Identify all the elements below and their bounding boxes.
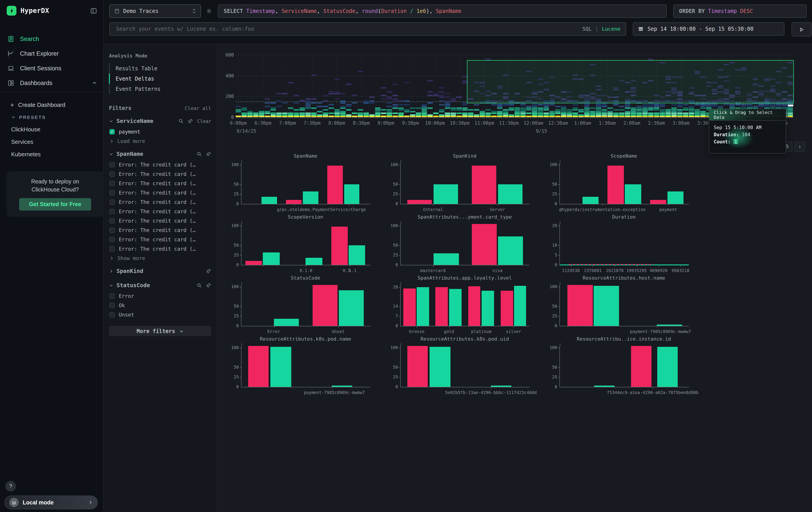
- bar-green[interactable]: [263, 252, 280, 265]
- bar-red[interactable]: [312, 285, 338, 326]
- search-icon[interactable]: [197, 151, 202, 157]
- filter-option[interactable]: Unset: [109, 310, 217, 319]
- pin-icon[interactable]: [206, 151, 211, 157]
- filter-option[interactable]: Ok: [109, 300, 217, 310]
- checkbox-unchecked[interactable]: [109, 162, 115, 167]
- bar-red[interactable]: [468, 286, 481, 326]
- bar-green[interactable]: [583, 197, 599, 204]
- checkbox-unchecked[interactable]: [109, 209, 115, 214]
- create-dashboard-button[interactable]: + Create Dashboard: [0, 98, 103, 111]
- bar-red[interactable]: [407, 200, 432, 204]
- filter-option[interactable]: Error: The credit card (…: [109, 197, 217, 207]
- bar-green[interactable]: [514, 286, 526, 326]
- bar-green[interactable]: [657, 325, 682, 326]
- filter-option[interactable]: ✓payment: [109, 127, 217, 136]
- filter-option[interactable]: Error: [109, 291, 217, 300]
- analysis-mode-event-deltas[interactable]: Event Deltas: [109, 74, 217, 84]
- bar-red[interactable]: [327, 166, 343, 204]
- date-range-picker[interactable]: Sep 14 18:00:00 - Sep 15 05:30:00: [633, 22, 784, 36]
- bar-red[interactable]: [436, 287, 448, 326]
- checkbox-unchecked[interactable]: [109, 171, 115, 177]
- checkbox-unchecked[interactable]: [109, 227, 115, 233]
- filter-option[interactable]: Error: The credit card (…: [109, 216, 217, 225]
- analysis-mode-event-patterns[interactable]: Event Patterns: [109, 84, 217, 94]
- search-input[interactable]: [115, 25, 582, 32]
- bar-green[interactable]: [491, 386, 512, 387]
- checkbox-unchecked[interactable]: [109, 190, 115, 195]
- filter-option[interactable]: Error: The credit card (…: [109, 235, 217, 244]
- get-started-button[interactable]: Get Started for Free: [19, 198, 91, 211]
- filter-option[interactable]: Error: The credit card (…: [109, 169, 217, 179]
- filter-option[interactable]: Error: The credit card (…: [109, 179, 217, 188]
- load-more-button[interactable]: Load more: [109, 136, 217, 145]
- more-filters-button[interactable]: More filters: [109, 326, 211, 336]
- bar-green[interactable]: [498, 184, 523, 204]
- bar-green[interactable]: [306, 258, 322, 265]
- filter-option[interactable]: Error: The credit card (…: [109, 207, 217, 216]
- sidebar-collapse-icon[interactable]: [90, 7, 97, 14]
- bar-red[interactable]: [472, 224, 497, 265]
- nav-item-client-sessions[interactable]: Client Sessions: [0, 61, 103, 76]
- local-mode-button[interactable]: U Local mode: [4, 495, 98, 509]
- bar-green[interactable]: [667, 191, 684, 204]
- bar-green[interactable]: [344, 184, 359, 204]
- bar-red[interactable]: [650, 200, 666, 204]
- bar-green[interactable]: [594, 386, 615, 387]
- bar-green[interactable]: [434, 184, 458, 204]
- chevron-down-icon[interactable]: [109, 283, 113, 287]
- next-page-button[interactable]: ›: [795, 141, 805, 152]
- bar-red[interactable]: [501, 291, 513, 326]
- source-select[interactable]: Demo Traces: [109, 4, 201, 18]
- bar-green[interactable]: [625, 184, 641, 204]
- bar-red[interactable]: [286, 200, 301, 204]
- sql-mode-toggle[interactable]: SQL: [582, 26, 592, 32]
- bar-green[interactable]: [348, 245, 365, 265]
- chevron-right-icon[interactable]: [109, 269, 113, 273]
- checkbox-unchecked[interactable]: [109, 312, 115, 317]
- show-more-button[interactable]: Show more: [109, 253, 217, 263]
- help-button[interactable]: ?: [5, 481, 16, 491]
- bar-green[interactable]: [270, 347, 291, 387]
- bar-green[interactable]: [261, 197, 277, 204]
- bar-green[interactable]: [430, 347, 451, 387]
- bar-green[interactable]: [332, 386, 352, 387]
- lucene-mode-toggle[interactable]: Lucene: [602, 26, 620, 32]
- checkbox-unchecked[interactable]: [109, 293, 115, 298]
- search-icon[interactable]: [197, 282, 202, 288]
- nav-item-chart-explorer[interactable]: Chart Explorer: [0, 46, 103, 61]
- nav-item-search[interactable]: Search: [0, 32, 103, 46]
- filter-option[interactable]: Error: The credit card (…: [109, 225, 217, 235]
- bar-green[interactable]: [482, 291, 494, 326]
- bar-green[interactable]: [417, 287, 429, 326]
- bar-red[interactable]: [248, 346, 269, 387]
- gear-icon[interactable]: [206, 8, 212, 14]
- bar-red[interactable]: [472, 166, 496, 204]
- checkbox-unchecked[interactable]: [109, 181, 115, 186]
- presets-toggle[interactable]: PRESETS: [0, 111, 103, 123]
- bar-green[interactable]: [339, 291, 364, 326]
- bar-red[interactable]: [631, 346, 651, 387]
- analysis-mode-results-table[interactable]: Results Table: [109, 63, 217, 74]
- preset-item-kubernetes[interactable]: Kubernetes: [0, 148, 103, 160]
- filter-clear-button[interactable]: Clear: [197, 118, 211, 124]
- bar-red[interactable]: [608, 166, 624, 204]
- nav-item-dashboards[interactable]: Dashboards: [0, 76, 103, 90]
- preset-item-clickhouse[interactable]: ClickHouse: [0, 123, 103, 135]
- pin-icon[interactable]: [188, 118, 193, 124]
- bar-green[interactable]: [498, 237, 523, 265]
- filter-option[interactable]: Error: The credit card (…: [109, 188, 217, 197]
- checkbox-unchecked[interactable]: [109, 237, 115, 242]
- bar-green[interactable]: [657, 347, 678, 387]
- bar-green[interactable]: [449, 289, 462, 326]
- checkbox-unchecked[interactable]: [109, 218, 115, 223]
- preset-item-services[interactable]: Services: [0, 135, 103, 148]
- bar-green[interactable]: [434, 253, 459, 265]
- order-by-input[interactable]: ORDER BY Timestamp DESC: [673, 4, 807, 18]
- clear-all-button[interactable]: Clear all: [185, 105, 211, 111]
- pin-icon[interactable]: [206, 268, 211, 274]
- checkbox-checked[interactable]: ✓: [109, 129, 115, 134]
- checkbox-unchecked[interactable]: [109, 246, 115, 251]
- checkbox-unchecked[interactable]: [109, 199, 115, 205]
- checkbox-unchecked[interactable]: [109, 302, 115, 308]
- bar-red[interactable]: [568, 285, 593, 326]
